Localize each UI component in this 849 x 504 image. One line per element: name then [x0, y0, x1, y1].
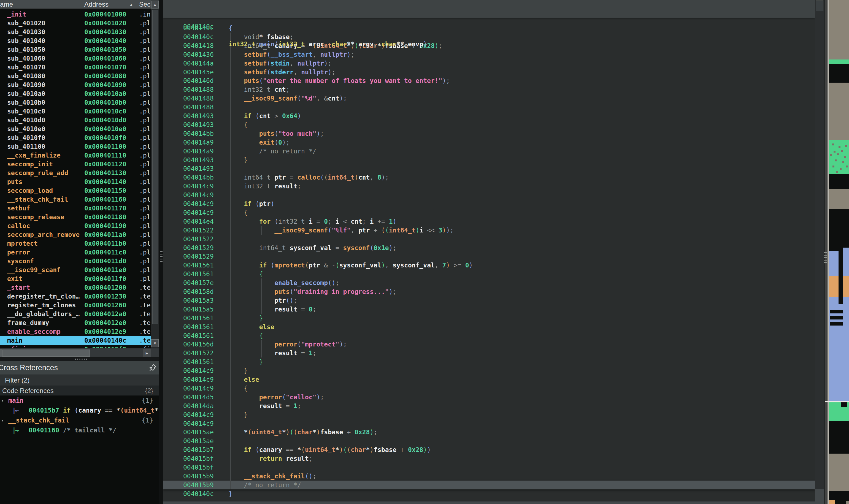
- code-line[interactable]: 00401493 {: [163, 120, 815, 129]
- feature-map-grip[interactable]: [824, 252, 827, 253]
- feature-map-grip[interactable]: [824, 260, 827, 260]
- splitter-grip-dot[interactable]: [86, 359, 87, 360]
- symbol-row-_init[interactable]: _init0x000401000.in: [0, 10, 151, 19]
- symbol-row-sub_401030[interactable]: sub_4010300x000401030.pl: [0, 28, 151, 36]
- decompiler-horizontal-scrollbar[interactable]: [163, 501, 815, 504]
- code-line[interactable]: 00401561 {: [163, 270, 815, 278]
- symbol-row-perror[interactable]: perror0x0004011c0.pl: [0, 248, 151, 257]
- code-line[interactable]: 004014d5 perror("calloc");: [163, 393, 815, 401]
- symbol-list-header[interactable]: Name Address Sec ▲: [0, 0, 151, 9]
- xref-entry[interactable]: |←004015b7 if (canary == *(uint64_t*): [0, 406, 159, 415]
- feature-map-grip[interactable]: [824, 255, 827, 256]
- decompiler-pane[interactable]: 0040140c{0040140c void* fsbase;00401418 …: [163, 0, 815, 504]
- symbol-row-calloc[interactable]: calloc0x000401190.pl: [0, 221, 151, 230]
- code-line[interactable]: 0040140c}: [163, 489, 815, 498]
- code-line[interactable]: 004014c9 {: [163, 208, 815, 217]
- scrollbar-thumb[interactable]: [2, 349, 90, 357]
- symbol-row-sub_401070[interactable]: sub_4010700x000401070.pl: [0, 63, 151, 72]
- symbol-row-seccomp_arch_remove[interactable]: seccomp_arch_remove0x0004011a0.pl: [0, 230, 151, 239]
- splitter-grip-dot[interactable]: [75, 359, 76, 360]
- code-line[interactable]: 004014c9 {: [163, 384, 815, 393]
- symbol-row-__stack_chk_fail[interactable]: __stack_chk_fail0x000401160.pl: [0, 195, 151, 204]
- code-line[interactable]: 00401561 else: [163, 323, 815, 331]
- scroll-down-button[interactable]: ▼: [151, 339, 159, 347]
- symbol-row-deregister_tm_clon[interactable]: deregister_tm_clon…0x000401230.te: [0, 292, 151, 301]
- xrefs-code-references-row[interactable]: Code References {2}: [0, 385, 159, 395]
- symbol-row-register_tm_clones[interactable]: register_tm_clones0x000401260.te: [0, 301, 151, 309]
- code-line[interactable]: 00401529: [163, 252, 815, 261]
- symbol-row-sub_4010c0[interactable]: sub_4010c00x0004010c0.pl: [0, 107, 151, 116]
- code-line[interactable]: 0040146d puts("enter the number of float…: [163, 76, 815, 85]
- filter-label[interactable]: Filter (2): [5, 377, 30, 384]
- code-line[interactable]: 004015a5 result = 0;: [163, 305, 815, 314]
- code-line[interactable]: 0040157e enable_seccomp();: [163, 278, 815, 287]
- xref-group-main[interactable]: ▾main{1}: [0, 395, 159, 406]
- symbol-row-seccomp_load[interactable]: seccomp_load0x000401150.pl: [0, 186, 151, 195]
- sidebar-splitter[interactable]: [159, 0, 163, 504]
- code-line[interactable]: 00401561 }: [163, 314, 815, 323]
- code-line[interactable]: 004015a3 ptr();: [163, 296, 815, 305]
- sort-ascending-icon[interactable]: ▲: [129, 2, 133, 6]
- code-line[interactable]: 004014e4 for (int32_t i = 0; i < cnt; i …: [163, 217, 815, 226]
- symbol-row-sub_401100[interactable]: sub_4011000x000401100.pl: [0, 142, 151, 151]
- symbol-row-sysconf[interactable]: sysconf0x0004011d0.pl: [0, 257, 151, 266]
- feature-map-grip[interactable]: [824, 257, 827, 258]
- symbol-row-sub_401090[interactable]: sub_4010900x000401090.pl: [0, 80, 151, 89]
- symbol-row-puts[interactable]: puts0x000401140.pl: [0, 177, 151, 186]
- decompiler-vertical-scrollbar[interactable]: [815, 0, 824, 504]
- code-line[interactable]: 004014da result = 1;: [163, 401, 815, 410]
- panel-splitter[interactable]: [0, 358, 159, 361]
- symbol-row-exit[interactable]: exit0x0004011f0.pl: [0, 274, 151, 283]
- code-line[interactable]: 0040145e setbuf(stderr, nullptr);: [163, 68, 815, 76]
- symbol-row-sub_4010e0[interactable]: sub_4010e00x0004010e0.pl: [0, 125, 151, 133]
- splitter-grip-dot[interactable]: [82, 359, 83, 360]
- splitter-grip-dot[interactable]: [77, 359, 78, 360]
- code-line[interactable]: 004014a9 exit(0);: [163, 138, 815, 147]
- symbols-horizontal-scrollbar[interactable]: ▶: [0, 348, 159, 357]
- symbol-row-seccomp_release[interactable]: seccomp_release0x000401180.pl: [0, 213, 151, 221]
- symbol-row-_fini[interactable]: _fini0x0004015f0.fi: [0, 345, 151, 348]
- code-line[interactable]: 004014c9 int32_t result;: [163, 182, 815, 191]
- scrollbar-thumb[interactable]: [816, 1, 824, 11]
- splitter-grip-dot[interactable]: [84, 359, 85, 360]
- symbol-row-sub_4010f0[interactable]: sub_4010f00x0004010f0.pl: [0, 133, 151, 142]
- code-line[interactable]: 00401561 if (mprotect(ptr & -(sysconf_va…: [163, 261, 815, 270]
- symbol-row-enable_seccomp[interactable]: enable_seccomp0x0004012e9.te: [0, 327, 151, 336]
- code-line[interactable]: 00401529 int64_t sysconf_val = sysconf(0…: [163, 244, 815, 252]
- symbol-row-sub_4010a0[interactable]: sub_4010a00x0004010a0.pl: [0, 89, 151, 98]
- code-line[interactable]: 00401493 if (cnt > 0x64): [163, 111, 815, 120]
- symbols-vertical-scrollbar[interactable]: [151, 0, 159, 348]
- scroll-right-button[interactable]: ▶: [143, 349, 151, 357]
- code-line[interactable]: 004014c9 }: [163, 366, 815, 375]
- symbol-row-sub_4010d0[interactable]: sub_4010d00x0004010d0.pl: [0, 116, 151, 125]
- code-line[interactable]: 004014c9 if (ptr): [163, 199, 815, 208]
- code-line[interactable]: 0040158d puts("draining in progress...")…: [163, 287, 815, 296]
- code-line[interactable]: 004015bf return result;: [163, 454, 815, 463]
- code-line[interactable]: 00401488 __isoc99_scanf("%d", &cnt);: [163, 94, 815, 103]
- xref-group-__stack_chk_fail[interactable]: ▾__stack_chk_fail{1}: [0, 415, 159, 425]
- symbol-row-sub_401050[interactable]: sub_4010500x000401050.pl: [0, 45, 151, 54]
- xref-entry[interactable]: |→00401160 /* tailcall */: [0, 425, 159, 435]
- symbol-row-__do_global_dtors_[interactable]: __do_global_dtors_…0x0004012a0.te: [0, 309, 151, 318]
- code-line[interactable]: 004014c9 else: [163, 375, 815, 384]
- symbol-row-frame_dummy[interactable]: frame_dummy0x0004012e0.te: [0, 318, 151, 327]
- symbol-row-_start[interactable]: _start0x000401200.te: [0, 283, 151, 292]
- splitter-grip[interactable]: [160, 254, 163, 254]
- symbol-row-sub_401060[interactable]: sub_4010600x000401060.pl: [0, 54, 151, 63]
- symbol-row-__isoc99_scanf[interactable]: __isoc99_scanf0x0004011e0.pl: [0, 266, 151, 274]
- expander-icon[interactable]: ▾: [1, 415, 4, 425]
- code-line[interactable]: 004015b9 __stack_chk_fail();: [163, 472, 815, 481]
- code-line[interactable]: 00401488: [163, 103, 815, 111]
- code-line[interactable]: 004014c9: [163, 191, 815, 199]
- code-line[interactable]: 004014bb int64_t ptr = calloc((int64_t)c…: [163, 173, 815, 182]
- splitter-grip[interactable]: [160, 251, 163, 252]
- feature-map-grip[interactable]: [824, 262, 827, 263]
- code-line[interactable]: 0040156d perror("mprotect");: [163, 340, 815, 349]
- symbol-row-seccomp_init[interactable]: seccomp_init0x000401120.pl: [0, 160, 151, 168]
- code-line[interactable]: 00401561 }: [163, 358, 815, 366]
- function-signature-header[interactable]: 0040140c int32_t main(int32_t argc, char…: [163, 0, 815, 18]
- splitter-grip[interactable]: [160, 261, 163, 262]
- splitter-grip[interactable]: [160, 256, 163, 257]
- code-line[interactable]: 004015ae: [163, 436, 815, 445]
- symbol-row-sub_401040[interactable]: sub_4010400x000401040.pl: [0, 36, 151, 45]
